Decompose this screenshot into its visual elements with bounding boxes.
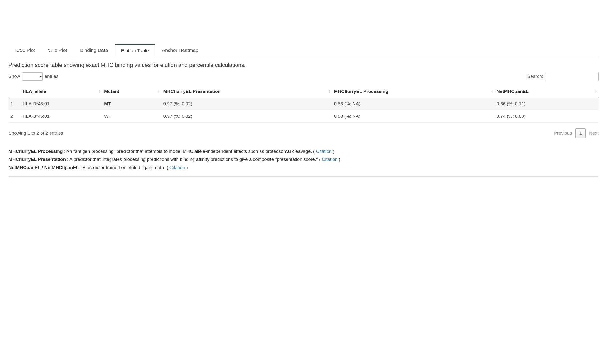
- definition-term: MHCflurryEL Processing: [9, 149, 63, 154]
- definitions: MHCflurryEL Processing : An "antigen pro…: [9, 148, 598, 177]
- page-number[interactable]: 1: [575, 128, 586, 138]
- tab--ile-plot[interactable]: %ile Plot: [41, 44, 74, 57]
- citation-link[interactable]: Citation: [170, 165, 185, 170]
- elution-table: HLA_allele▲▼Mutant▲▼MHCflurryEL Presenta…: [9, 85, 598, 123]
- col-netmhcpanel[interactable]: NetMHCpanEL▲▼: [495, 85, 598, 98]
- definition-term: NetMHCpanEL / NetMHCIIpanEL: [9, 165, 79, 170]
- entries-label: entries: [45, 74, 58, 79]
- sort-icon: ▲▼: [329, 90, 331, 93]
- cell-mhcflurryel-processing: 0.86 (%: NA): [332, 98, 495, 110]
- tab-anchor-heatmap[interactable]: Anchor Heatmap: [155, 44, 205, 57]
- previous-button[interactable]: Previous: [554, 130, 572, 136]
- col-mhcflurryel-presentation[interactable]: MHCflurryEL Presentation▲▼: [161, 85, 332, 98]
- search-input[interactable]: [545, 72, 598, 81]
- table-header: HLA_allele▲▼Mutant▲▼MHCflurryEL Presenta…: [9, 85, 598, 98]
- next-button[interactable]: Next: [589, 130, 598, 136]
- cell-netmhcpanel: 0.66 (%: 0.11): [495, 98, 598, 110]
- definition-line: MHCflurryEL Presentation : A predictor t…: [9, 156, 598, 163]
- cell-hla-allele: HLA-B*45:01: [21, 98, 102, 110]
- cell-netmhcpanel: 0.74 (%: 0.08): [495, 110, 598, 123]
- tab-ic50-plot[interactable]: IC50 Plot: [9, 44, 41, 57]
- table-controls: Show entries Search:: [9, 72, 598, 81]
- entries-control: Show entries: [9, 72, 58, 80]
- sort-icon: ▲▼: [595, 90, 597, 93]
- cell-index: 2: [9, 110, 21, 123]
- table-row: 2HLA-B*45:01WT0.97 (%: 0.02)0.88 (%: NA)…: [9, 110, 598, 123]
- cell-mhcflurryel-processing: 0.88 (%: NA): [332, 110, 495, 123]
- show-label: Show: [9, 74, 20, 79]
- sort-icon: ▲▼: [158, 90, 160, 93]
- cell-mhcflurryel-presentation: 0.97 (%: 0.02): [161, 110, 332, 123]
- cell-mhcflurryel-presentation: 0.97 (%: 0.02): [161, 98, 332, 110]
- pager: Previous 1 Next: [554, 128, 598, 138]
- cell-mutant: WT: [102, 110, 161, 123]
- definition-line: MHCflurryEL Processing : An "antigen pro…: [9, 148, 598, 155]
- entries-info: Showing 1 to 2 of 2 entries: [9, 130, 63, 136]
- col-mhcflurryel-processing[interactable]: MHCflurryEL Processing▲▼: [332, 85, 495, 98]
- table-description: Prediction score table showing exact MHC…: [9, 62, 598, 68]
- sort-icon: ▲▼: [491, 90, 493, 93]
- sort-icon: ▲▼: [99, 90, 101, 93]
- table-footer: Showing 1 to 2 of 2 entries Previous 1 N…: [9, 128, 598, 138]
- definition-desc: : A predictor trained on eluted ligand d…: [79, 165, 170, 170]
- search-label: Search:: [527, 74, 543, 79]
- tab-binding-data[interactable]: Binding Data: [74, 44, 115, 57]
- col-mutant[interactable]: Mutant▲▼: [102, 85, 161, 98]
- search-control: Search:: [527, 72, 598, 81]
- cell-index: 1: [9, 98, 21, 110]
- tab-elution-table[interactable]: Elution Table: [115, 44, 155, 57]
- definition-desc: : An "antigen processing" predictor that…: [63, 149, 316, 154]
- cell-hla-allele: HLA-B*45:01: [21, 110, 102, 123]
- cell-mutant: MT: [102, 98, 161, 110]
- tabs-nav: IC50 Plot%ile PlotBinding DataElution Ta…: [9, 44, 598, 57]
- definition-term: MHCflurryEL Presentation: [9, 157, 66, 162]
- table-body: 1HLA-B*45:01MT0.97 (%: 0.02)0.86 (%: NA)…: [9, 98, 598, 123]
- definition-desc: : A predictor that integrates processing…: [66, 157, 322, 162]
- entries-select[interactable]: [22, 72, 43, 80]
- citation-link[interactable]: Citation: [322, 157, 338, 162]
- col-hla-allele[interactable]: HLA_allele▲▼: [21, 85, 102, 98]
- definition-line: NetMHCpanEL / NetMHCIIpanEL : A predicto…: [9, 164, 598, 171]
- col-index: [9, 85, 21, 98]
- table-row: 1HLA-B*45:01MT0.97 (%: 0.02)0.86 (%: NA)…: [9, 98, 598, 110]
- citation-link[interactable]: Citation: [316, 149, 331, 154]
